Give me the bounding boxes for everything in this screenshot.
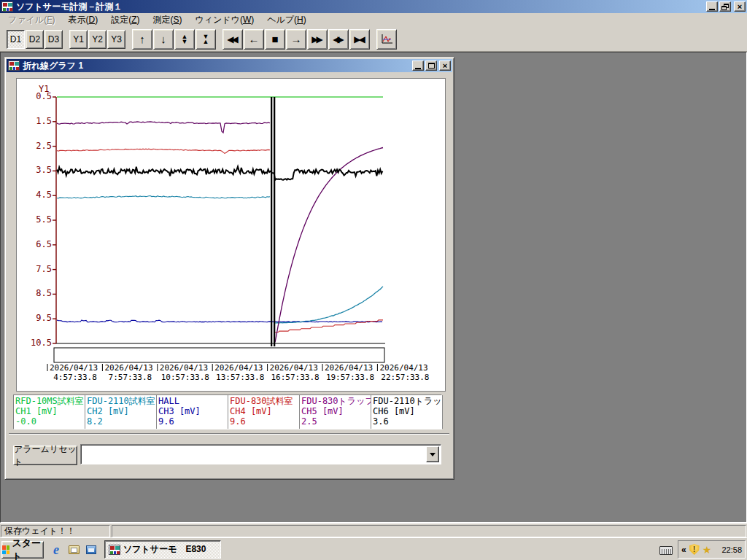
alarm-combobox[interactable] (80, 444, 441, 464)
graph-maximize-button[interactable] (425, 61, 437, 71)
menu-item-4[interactable]: ウィンドウ(W) (189, 12, 261, 28)
taskbar-clock: 22:58 (721, 545, 742, 554)
graph-window-titlebar[interactable]: 折れ線グラフ 1 × (7, 59, 452, 72)
legend-channel-id: CH1 [mV] (15, 406, 83, 416)
alarm-strip (54, 348, 384, 362)
y-tick-label: 8.5 (18, 288, 52, 298)
legend-channel-value: 3.6 (373, 416, 441, 427)
legend-cell-CH5: FDU-830トラップCH5 [mV]2.5 (300, 395, 371, 429)
fast-rewind-icon: ◀◀ (227, 34, 236, 44)
keyboard-layout-icon[interactable] (659, 546, 673, 555)
pan-left-button[interactable]: ← (244, 29, 264, 50)
toolbar: D1D2D3Y1Y2Y3↑↓▲▼▼▲◀◀←■→▶▶◀▶▶◀ (0, 27, 747, 52)
show-desktop-icon[interactable] (66, 542, 82, 558)
menu-item-3[interactable]: 測定(S) (146, 12, 188, 28)
graph-settings-button[interactable] (376, 29, 397, 50)
graph-close-button[interactable]: × (439, 61, 451, 71)
stop-button[interactable]: ■ (265, 29, 285, 50)
menu-item-2[interactable]: 設定(Z) (104, 12, 146, 28)
legend-cell-CH6: FDU-2110トラップCH6 [mV]3.6 (371, 395, 443, 429)
status-panel-2 (112, 525, 746, 537)
start-button[interactable]: スタート (1, 541, 44, 559)
taskbar-task-button[interactable]: ソフトサーモ E830 (104, 540, 221, 559)
legend-channel-name: FDU-2110トラップ (373, 396, 441, 406)
menu-item-5[interactable]: ヘルプ(H) (260, 12, 313, 28)
alarm-reset-button[interactable]: アラームリセット (13, 446, 77, 465)
compress-horizontal-button[interactable]: ▶◀ (349, 29, 370, 50)
y-tick-label: 1.5 (18, 116, 52, 126)
x-tick-time: 19:57:33.8 (323, 373, 377, 382)
legend-channel-name: FDU-830試料室 (230, 396, 298, 406)
close-icon: × (443, 62, 447, 70)
legend-channel-value: -0.0 (15, 416, 83, 427)
graph-window-icon (8, 61, 20, 71)
status-bar: 保存ウェイト！！ (0, 523, 747, 537)
toggle-button-d2[interactable]: D2 (26, 30, 44, 49)
close-button[interactable]: × (734, 1, 746, 12)
toggle-button-y1[interactable]: Y1 (69, 30, 88, 49)
menu-item-0[interactable]: ファイル(F) (1, 12, 61, 28)
legend-cell-CH4: FDU-830試料室CH4 [mV]9.6 (228, 395, 300, 429)
alarm-combobox-dropdown-button[interactable] (426, 446, 439, 462)
legend-channel-name: FDU-2110試料室 (87, 396, 155, 406)
x-tick-date: 2026/04/13 (214, 363, 263, 373)
y-tick-label: 5.5 (18, 214, 52, 225)
mdi-client-area: 折れ線グラフ 1 × Y1 0.51.52.53.54.55.56.57.58.… (0, 52, 747, 523)
x-tick-date: 2026/04/13 (50, 363, 98, 373)
expand-horizontal-button[interactable]: ◀▶ (328, 29, 349, 50)
fast-forward-button[interactable]: ▶▶ (307, 29, 328, 50)
main-titlebar[interactable]: ソフトサーモ計測－計測１ × (0, 0, 747, 13)
event-marker-bar (271, 97, 272, 346)
pan-down-button[interactable]: ↓ (153, 29, 174, 50)
legend-cell-CH3: HALLCH3 [mV]9.6 (157, 395, 228, 429)
compress-horizontal-icon: ▶◀ (354, 34, 363, 44)
pan-up-button[interactable]: ↑ (132, 29, 152, 50)
graph-minimize-button[interactable] (412, 61, 424, 71)
chevron-down-icon (430, 453, 436, 456)
legend-channel-value: 2.5 (301, 416, 369, 427)
expand-horizontal-icon: ◀▶ (333, 34, 341, 44)
toggle-button-y2[interactable]: Y2 (88, 30, 107, 49)
graph-window-controls: × (411, 61, 452, 71)
toggle-button-d3[interactable]: D3 (44, 30, 63, 49)
x-tick-time: 16:57:33.8 (268, 373, 322, 382)
security-shield-icon[interactable]: ! (689, 544, 700, 555)
series-CH5-post (275, 148, 383, 343)
down-arrow-icon: ↓ (160, 33, 166, 45)
legend-channel-id: CH5 [mV] (301, 406, 369, 416)
fast-rewind-button[interactable]: ◀◀ (222, 29, 243, 50)
series-CH2-post (275, 287, 383, 323)
toggle-button-y3[interactable]: Y3 (107, 30, 125, 49)
outlook-express-icon[interactable] (83, 542, 99, 558)
x-tick-date: 2026/04/13 (379, 363, 427, 373)
legend-cell-CH2: FDU-2110試料室CH2 [mV]8.2 (85, 395, 157, 429)
chart-panel: Y1 0.51.52.53.54.55.56.57.58.59.510.5202… (16, 78, 446, 392)
series-CH5-pre (57, 122, 270, 133)
app-icon (1, 1, 13, 12)
right-arrow-icon: → (291, 33, 302, 45)
compress-vertical-button[interactable]: ▼▲ (196, 29, 216, 50)
status-message: 保存ウェイト！！ (1, 525, 110, 537)
menu-bar: ファイル(F)表示(D)設定(Z)測定(S)ウィンドウ(W)ヘルプ(H) (0, 13, 747, 27)
x-tick-date: 2026/04/13 (325, 363, 373, 373)
app-icon (109, 545, 120, 555)
x-tick-date: 2026/04/13 (270, 363, 318, 373)
compress-vertical-icon: ▼▲ (203, 34, 209, 44)
expand-vertical-button[interactable]: ▲▼ (174, 29, 195, 50)
series-CH2-pre (57, 196, 270, 198)
internet-explorer-icon[interactable]: e (48, 542, 64, 558)
y-tick-label: 6.5 (18, 239, 52, 249)
tray-chevron-icon[interactable]: « (681, 545, 686, 555)
x-tick-date: 2026/04/13 (104, 363, 152, 373)
restore-button[interactable] (719, 1, 731, 12)
pan-right-button[interactable]: → (286, 29, 306, 50)
minimize-button[interactable] (706, 1, 718, 12)
toggle-button-d1[interactable]: D1 (7, 30, 25, 49)
star-icon[interactable]: ★ (703, 545, 712, 555)
x-tick-time: 13:57:33.8 (213, 373, 267, 382)
close-icon: × (738, 3, 742, 11)
y-tick-label: 0.5 (18, 91, 52, 101)
chart-icon (381, 34, 393, 44)
menu-item-1[interactable]: 表示(D) (61, 12, 104, 28)
left-arrow-icon: ← (249, 33, 260, 45)
